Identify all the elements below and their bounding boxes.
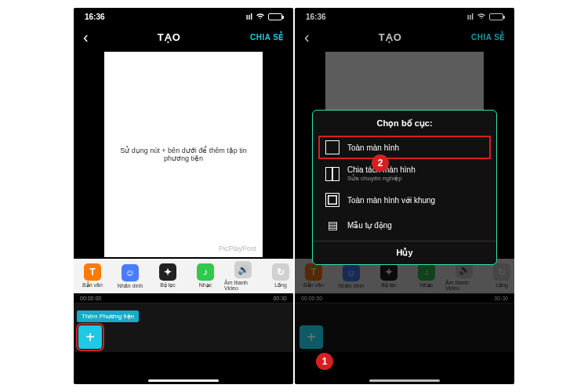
speaker-icon: 🔊 xyxy=(234,261,252,278)
wand-icon: ✦ xyxy=(159,263,176,281)
back-icon[interactable]: ‹ xyxy=(83,29,89,45)
add-media-tooltip: Thêm Phương tiện xyxy=(77,310,139,322)
tool-music[interactable]: ♪Nhạc xyxy=(187,263,224,289)
layout-option-split[interactable]: Chia tách màn hìnhSửa chuyên nghiệp xyxy=(313,160,496,187)
share-button[interactable]: CHIA SẺ xyxy=(250,33,284,42)
add-media-button[interactable]: + xyxy=(78,325,102,349)
layout-option-fullscreen[interactable]: Toàn màn hình xyxy=(318,135,492,160)
signal-icon: ııl xyxy=(246,13,252,21)
fullscreen-icon xyxy=(325,140,339,154)
app-header: ‹ TẠO CHIA SẺ xyxy=(74,25,293,49)
canvas-hint-text: Sử dụng nút + bên dưới để thêm tập tin p… xyxy=(112,147,255,162)
text-icon: T xyxy=(84,263,101,281)
plus-icon: + xyxy=(85,328,95,347)
step-callout-2: 2 xyxy=(372,154,389,172)
step-callout-1: 1 xyxy=(316,353,333,370)
sticker-icon: ☺ xyxy=(122,264,139,281)
tool-text[interactable]: TBản văn xyxy=(74,263,111,289)
modal-cancel-button[interactable]: Hủy xyxy=(313,241,496,260)
layout-modal: Chọn bố cục: Toàn màn hình Chia tách màn… xyxy=(312,110,497,265)
tool-video-audio[interactable]: 🔊Âm thanh Video xyxy=(224,261,262,291)
watermark: PicPlayPost xyxy=(219,245,256,252)
music-icon: ♪ xyxy=(197,263,214,281)
layout-option-auto[interactable]: ▤ Mẫu tự động xyxy=(313,212,496,238)
modal-title: Chọn bố cục: xyxy=(313,118,496,129)
clock: 16:36 xyxy=(85,13,105,21)
phone-screen-2: 16:36 ııl ‹ TẠO CHIA SẺ TBản văn ☺Nhãn d… xyxy=(295,8,514,384)
layout-option-framed[interactable]: Toàn màn hình với khung xyxy=(313,187,496,212)
timeline-ruler: 00:00:00 00:30 xyxy=(74,293,293,303)
canvas-page[interactable]: Sử dụng nút + bên dưới để thêm tập tin p… xyxy=(104,52,263,257)
screenshot-pair: 16:36 ııl ‹ TẠO CHIA SẺ Sử dụng nút + bê… xyxy=(74,8,514,384)
phone-screen-1: 16:36 ııl ‹ TẠO CHIA SẺ Sử dụng nút + bê… xyxy=(74,8,293,384)
status-bar: 16:36 ııl xyxy=(74,8,293,25)
time-end: 00:30 xyxy=(273,296,287,301)
tool-filter[interactable]: ✦Bộ lọc xyxy=(149,263,187,289)
wifi-icon xyxy=(256,13,265,21)
auto-template-icon: ▤ xyxy=(325,218,339,232)
tool-loop[interactable]: ↻Lồng xyxy=(262,263,293,289)
framed-icon xyxy=(325,193,339,207)
status-icons: ııl xyxy=(246,13,282,21)
loop-icon: ↻ xyxy=(272,263,289,281)
home-indicator[interactable] xyxy=(148,379,219,382)
timeline-body[interactable]: Thêm Phương tiện + xyxy=(74,303,293,352)
canvas-area: Sử dụng nút + bên dưới để thêm tập tin p… xyxy=(74,49,293,259)
split-icon xyxy=(325,167,339,181)
page-title: TẠO xyxy=(158,31,181,43)
time-start: 00:00:00 xyxy=(80,296,101,301)
battery-icon xyxy=(268,13,282,20)
tool-sticker[interactable]: ☺Nhãn dính xyxy=(111,264,149,289)
tool-row: TBản văn ☺Nhãn dính ✦Bộ lọc ♪Nhạc 🔊Âm th… xyxy=(74,259,293,293)
